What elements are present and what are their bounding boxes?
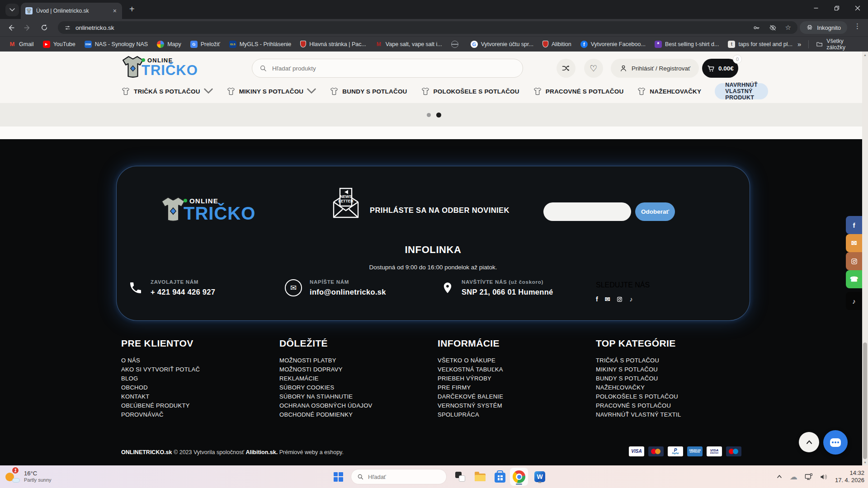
footer-link[interactable]: BLOG	[121, 374, 270, 383]
window-restore-button[interactable]	[826, 0, 847, 16]
footer-link[interactable]: AKO SI VYTVORIŤ POTLAČ	[121, 365, 270, 374]
phone-number[interactable]: + 421 944 426 927	[151, 288, 215, 296]
footer-link[interactable]: PRACOVNÉ S POTLAČOU	[596, 401, 745, 410]
footer-link[interactable]: VERNOSTNÝ SYSTÉM	[438, 401, 587, 410]
whatsapp-rail-button[interactable]: ☎	[846, 270, 862, 288]
scroll-to-top-button[interactable]	[799, 432, 819, 452]
tiktok-rail-button[interactable]: ♪	[846, 292, 862, 310]
footer-link[interactable]: OBĽÚBENÉ PRODUKTY	[121, 401, 270, 410]
browser-scrollbar[interactable]: ▲ ▼	[862, 52, 868, 465]
facebook-icon[interactable]: f	[596, 296, 598, 303]
bookmark-vape[interactable]: MVape salt, vape salt i...	[371, 39, 446, 49]
footer-link[interactable]: MIKINY S POTLAČOU	[596, 365, 745, 374]
carousel-dot-1[interactable]	[427, 113, 431, 117]
footer-link[interactable]: OCHRANA OSOBNÝCH ÚDAJOV	[279, 401, 429, 410]
password-key-icon[interactable]	[753, 24, 760, 32]
reload-button[interactable]	[37, 20, 52, 35]
footer-link[interactable]: OBCHOD	[121, 383, 270, 392]
footer-link[interactable]: PRIEBEH VÝROBY	[438, 374, 587, 383]
volume-icon[interactable]	[820, 473, 828, 481]
footer-logo[interactable]: ONLINE TRIČKO	[158, 194, 255, 224]
scrollbar-down-arrow[interactable]: ▼	[862, 459, 868, 465]
window-minimize-button[interactable]	[806, 0, 826, 16]
bookmark-google-account[interactable]: GVytvorenie účtu spr...	[467, 39, 538, 49]
start-button[interactable]	[331, 469, 345, 484]
bookmark-youtube[interactable]: ▶YouTube	[39, 39, 80, 49]
bookmark-nas[interactable]: DSMNAS - Synology NAS	[80, 39, 152, 49]
design-own-product-button[interactable]: NAVRHNÚŤ VLASTNÝ PRODUKT	[715, 83, 768, 99]
bookmark-taps[interactable]: ttaps for steel and pl...	[724, 39, 797, 49]
copyright-agency[interactable]: Alibition.sk.	[245, 449, 278, 455]
nav-item-bundy[interactable]: BUNDY S POTLAČOU	[330, 87, 407, 96]
nav-item-mikiny[interactable]: MIKINY S POTLAČOU	[226, 87, 316, 96]
footer-link[interactable]: MOŽNOSTI PLATBY	[279, 356, 429, 365]
url-text[interactable]: onlinetricko.sk	[75, 24, 748, 31]
taskbar-search[interactable]	[351, 469, 447, 484]
wishlist-button[interactable]: ♡	[584, 59, 603, 78]
tray-chevron-icon[interactable]	[776, 473, 783, 480]
footer-link[interactable]: VŠETKO O NÁKUPE	[438, 356, 587, 365]
newsletter-email-input[interactable]	[543, 202, 631, 221]
instagram-rail-button[interactable]	[846, 252, 862, 270]
search-input[interactable]	[272, 65, 515, 72]
email-rail-button[interactable]: ✉	[846, 234, 862, 252]
site-logo[interactable]: ONLINE TRIČKO	[120, 54, 198, 80]
network-display-icon[interactable]	[804, 473, 813, 481]
footer-link[interactable]: TRIČKÁ S POTLAČOU	[596, 356, 745, 365]
footer-link[interactable]: MOŽNOSTI DOPRAVY	[279, 365, 429, 374]
bookmark-translate[interactable]: GPreložiť	[186, 39, 224, 49]
nav-item-pracovne[interactable]: PRACOVNÉ S POTLAČOU	[533, 87, 624, 96]
footer-link[interactable]: REKLAMÁCIE	[279, 374, 429, 383]
site-info-icon[interactable]	[64, 24, 71, 31]
back-button[interactable]	[4, 20, 18, 35]
bookmark-pac[interactable]: Hlavná stránka | Pac...	[296, 39, 370, 49]
bookmarks-overflow-icon[interactable]: »	[797, 40, 801, 48]
window-close-button[interactable]	[847, 0, 868, 16]
footer-link[interactable]: KONTAKT	[121, 392, 270, 401]
footer-link[interactable]: SPOLUPRÁCA	[438, 410, 587, 419]
bookmark-tshirt-design[interactable]: *Best selling t-shirt d...	[651, 39, 723, 49]
newsletter-subscribe-button[interactable]: Odoberať	[635, 202, 675, 221]
bookmark-alibition[interactable]: Alibition	[538, 39, 576, 49]
email-address[interactable]: info@onlinetricko.sk	[310, 288, 386, 296]
chat-widget-button[interactable]	[823, 430, 848, 455]
all-bookmarks-button[interactable]: Všetky záložky	[816, 38, 860, 51]
nav-item-polokosele[interactable]: POLOKOŠELE S POTLAČOU	[421, 87, 519, 96]
new-tab-button[interactable]: +	[129, 4, 135, 14]
browser-menu-icon[interactable]: ⋮	[854, 22, 861, 30]
bookmark-star-icon[interactable]: ☆	[785, 23, 791, 32]
weather-widget[interactable]: 1 16°C Partly sunny	[5, 469, 52, 484]
instagram-icon[interactable]	[617, 296, 623, 302]
scrollbar-up-arrow[interactable]: ▲	[862, 52, 868, 58]
tab-search-button[interactable]	[5, 4, 19, 16]
bookmark-gmail[interactable]: MGmail	[5, 39, 38, 49]
eye-off-icon[interactable]	[769, 24, 777, 32]
tab-close-icon[interactable]: ×	[112, 7, 118, 14]
address-bar[interactable]: onlinetricko.sk ☆	[58, 21, 797, 34]
taskbar-search-input[interactable]	[368, 474, 448, 480]
taskbar-clock[interactable]: 14:32 17. 4. 2026	[835, 469, 864, 484]
compare-button[interactable]	[557, 59, 576, 78]
footer-link[interactable]: NAVRHNÚŤ VLASTNÝ TEXTIL	[596, 410, 745, 419]
tiktok-icon[interactable]: ♪	[629, 296, 632, 303]
footer-link[interactable]: O NÁS	[121, 356, 270, 365]
footer-link[interactable]: NAŽEHĽOVAČKY	[596, 383, 745, 392]
cart-button[interactable]: 0.00€	[702, 59, 738, 78]
bookmark-unnamed[interactable]	[447, 39, 466, 49]
email-icon[interactable]: ✉	[605, 296, 610, 303]
footer-link[interactable]: OBCHODNÉ PODMIENKY	[279, 410, 429, 419]
task-view-button[interactable]	[453, 469, 467, 484]
footer-link[interactable]: VEĽKOSTNÁ TABUĽKA	[438, 365, 587, 374]
login-register-button[interactable]: Prihlásiť / Registrovať	[611, 59, 699, 78]
file-explorer-button[interactable]	[473, 469, 487, 484]
footer-link[interactable]: POROVNÁVAČ	[121, 410, 270, 419]
footer-link[interactable]: POLOKOŠELE S POTLAČOU	[596, 392, 745, 401]
nav-item-tricka[interactable]: TRIČKÁ S POTLAČOU	[121, 87, 213, 96]
word-taskbar-button[interactable]: W	[533, 469, 547, 484]
footer-link[interactable]: SÚBORY COOKIES	[279, 383, 429, 392]
footer-link[interactable]: SÚBORY NA STIAHNUTIE	[279, 392, 429, 401]
chrome-taskbar-button[interactable]	[510, 468, 528, 486]
footer-link[interactable]: PRE FIRMY	[438, 383, 587, 392]
forward-button[interactable]	[20, 20, 34, 35]
onedrive-icon[interactable]: ☁	[790, 472, 797, 482]
